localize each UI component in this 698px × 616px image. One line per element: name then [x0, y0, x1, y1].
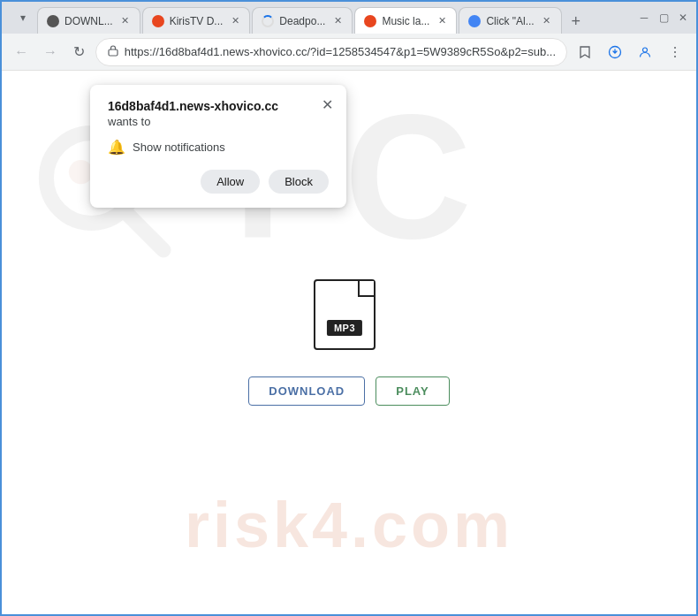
menu-button[interactable] [661, 38, 689, 66]
toolbar: ← → ↻ https://16d8baf4d1.news-xhovico.cc… [2, 34, 696, 71]
block-button[interactable]: Block [269, 170, 329, 194]
tab-4[interactable]: Music la... ✕ [354, 7, 457, 34]
content-area: PC risk4.com 16d8baf4d1.news-xhovico.cc … [2, 71, 696, 614]
refresh-button[interactable]: ↻ [66, 38, 92, 66]
tab-3-title: Deadpo... [279, 15, 325, 27]
tab-5-favicon [468, 15, 481, 27]
popup-wants-to: wants to [108, 115, 329, 128]
file-corner [358, 281, 374, 297]
forward-button[interactable]: → [38, 38, 64, 66]
page-buttons: DOWNLOAD PLAY [248, 376, 449, 406]
play-button[interactable]: PLAY [376, 376, 449, 406]
tab-5-close[interactable]: ✕ [540, 14, 554, 28]
popup-close-button[interactable]: ✕ [316, 94, 338, 115]
tab-2-close[interactable]: ✕ [228, 14, 242, 28]
tab-4-title: Music la... [382, 15, 429, 27]
address-text: https://16d8baf4d1.news-xhovico.cc/?id=1… [125, 45, 556, 58]
tab-3-favicon [262, 15, 274, 27]
mp3-file-icon: MP3 [314, 279, 384, 359]
browser-frame: ▾ DOWNL... ✕ KirisTV D... ✕ Deadpo... ✕ [2, 2, 696, 614]
tab-1[interactable]: DOWNL... ✕ [37, 7, 140, 34]
popup-buttons: Allow Block [108, 170, 329, 194]
profile-button[interactable] [631, 38, 659, 66]
tab-1-favicon [47, 15, 59, 27]
tab-bar: DOWNL... ✕ KirisTV D... ✕ Deadpo... ✕ Mu… [37, 2, 631, 34]
tab-2-favicon [152, 15, 164, 27]
download-button[interactable]: DOWNLOAD [248, 376, 365, 406]
maximize-button[interactable]: ▢ [657, 11, 670, 24]
window-controls: ─ ▢ ✕ [638, 11, 689, 24]
security-icon [107, 44, 119, 59]
svg-point-2 [643, 48, 648, 52]
new-tab-button[interactable]: + [564, 9, 588, 34]
tab-2-title: KirisTV D... [170, 15, 224, 27]
tab-3[interactable]: Deadpo... ✕ [252, 7, 353, 34]
bookmark-button[interactable] [571, 38, 599, 66]
notification-popup: 16d8baf4d1.news-xhovico.cc wants to 🔔 Sh… [90, 85, 346, 208]
tab-4-favicon [364, 15, 376, 27]
tab-2[interactable]: KirisTV D... ✕ [142, 7, 251, 34]
popup-notification-row: 🔔 Show notifications [108, 139, 329, 156]
tab-5[interactable]: Click "Al... ✕ [459, 7, 561, 34]
title-bar: ▾ DOWNL... ✕ KirisTV D... ✕ Deadpo... ✕ [2, 2, 696, 34]
svg-point-3 [674, 47, 676, 49]
tab-list-button[interactable]: ▾ [9, 4, 37, 32]
close-window-button[interactable]: ✕ [677, 11, 689, 24]
popup-notification-text: Show notifications [133, 141, 225, 154]
mp3-badge: MP3 [327, 320, 362, 336]
address-bar[interactable]: https://16d8baf4d1.news-xhovico.cc/?id=1… [95, 38, 567, 66]
back-button[interactable]: ← [9, 38, 34, 66]
mp3-file-body: MP3 [314, 279, 376, 350]
bell-icon: 🔔 [108, 139, 125, 156]
toolbar-actions [571, 38, 689, 66]
download-indicator-button[interactable] [601, 38, 629, 66]
popup-site-title: 16d8baf4d1.news-xhovico.cc [108, 99, 329, 113]
svg-rect-0 [109, 49, 118, 56]
minimize-button[interactable]: ─ [638, 11, 650, 24]
tab-1-title: DOWNL... [64, 15, 113, 27]
allow-button[interactable]: Allow [201, 170, 260, 194]
tab-3-close[interactable]: ✕ [330, 14, 345, 28]
tab-4-close[interactable]: ✕ [435, 14, 449, 28]
svg-point-5 [674, 56, 676, 57]
svg-point-4 [674, 51, 676, 53]
tab-5-title: Click "Al... [486, 15, 534, 27]
tab-1-close[interactable]: ✕ [118, 14, 133, 28]
